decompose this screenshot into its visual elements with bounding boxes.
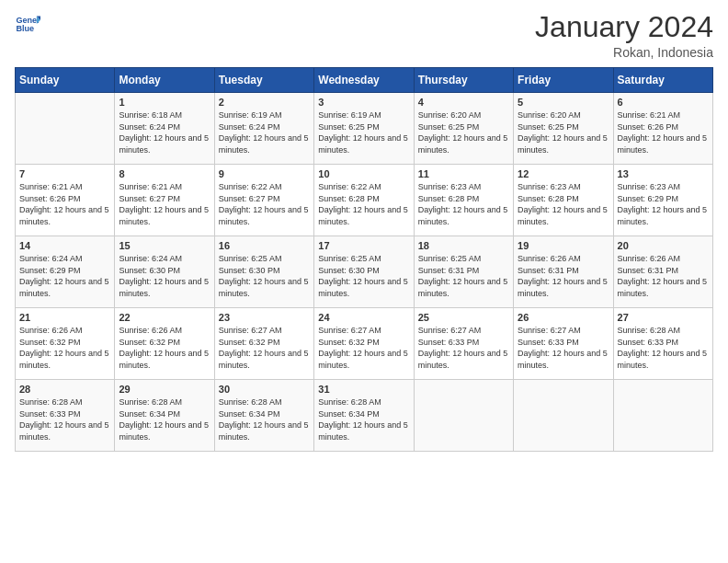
cell-info: Sunrise: 6:27 AMSunset: 6:32 PMDaylight:…: [318, 325, 409, 371]
day-number: 10: [318, 168, 409, 179]
calendar-cell: 26Sunrise: 6:27 AMSunset: 6:33 PMDayligh…: [514, 308, 613, 380]
cell-info: Sunrise: 6:18 AMSunset: 6:24 PMDaylight:…: [119, 109, 210, 155]
day-number: 4: [418, 97, 509, 108]
calendar-header: SundayMondayTuesdayWednesdayThursdayFrid…: [16, 68, 713, 93]
day-number: 23: [219, 312, 310, 323]
calendar-cell: 27Sunrise: 6:28 AMSunset: 6:33 PMDayligh…: [613, 308, 712, 380]
day-number: 29: [119, 384, 210, 395]
calendar-cell: 31Sunrise: 6:28 AMSunset: 6:34 PMDayligh…: [314, 380, 414, 452]
calendar-cell: 14Sunrise: 6:24 AMSunset: 6:29 PMDayligh…: [16, 236, 115, 308]
calendar-cell: [414, 380, 513, 452]
day-number: 30: [219, 384, 310, 395]
cell-info: Sunrise: 6:26 AMSunset: 6:31 PMDaylight:…: [618, 253, 709, 299]
day-number: 13: [618, 168, 709, 179]
header-day: Tuesday: [214, 68, 313, 93]
calendar-cell: 4Sunrise: 6:20 AMSunset: 6:25 PMDaylight…: [414, 93, 513, 165]
header-row: SundayMondayTuesdayWednesdayThursdayFrid…: [16, 68, 713, 93]
cell-info: Sunrise: 6:24 AMSunset: 6:30 PMDaylight:…: [119, 253, 210, 299]
calendar-cell: 13Sunrise: 6:23 AMSunset: 6:29 PMDayligh…: [613, 165, 712, 236]
header: General Blue General Blue January 2024 R…: [15, 11, 713, 60]
header-day: Thursday: [414, 68, 513, 93]
cell-info: Sunrise: 6:20 AMSunset: 6:25 PMDaylight:…: [418, 109, 509, 155]
calendar-week-row: 7Sunrise: 6:21 AMSunset: 6:26 PMDaylight…: [16, 165, 713, 236]
logo-icon: General Blue: [15, 11, 40, 37]
day-number: 20: [618, 240, 709, 251]
header-day: Sunday: [16, 68, 115, 93]
cell-info: Sunrise: 6:22 AMSunset: 6:28 PMDaylight:…: [318, 181, 409, 227]
cell-info: Sunrise: 6:19 AMSunset: 6:25 PMDaylight:…: [318, 109, 409, 155]
calendar-body: 1Sunrise: 6:18 AMSunset: 6:24 PMDaylight…: [16, 93, 713, 452]
calendar-cell: 12Sunrise: 6:23 AMSunset: 6:28 PMDayligh…: [514, 165, 613, 236]
day-number: 5: [518, 97, 609, 108]
cell-info: Sunrise: 6:26 AMSunset: 6:32 PMDaylight:…: [19, 325, 110, 371]
day-number: 1: [119, 97, 210, 108]
cell-info: Sunrise: 6:21 AMSunset: 6:27 PMDaylight:…: [119, 181, 210, 227]
calendar-subtitle: Rokan, Indonesia: [535, 45, 713, 60]
calendar-cell: 1Sunrise: 6:18 AMSunset: 6:24 PMDaylight…: [115, 93, 214, 165]
cell-info: Sunrise: 6:23 AMSunset: 6:28 PMDaylight:…: [418, 181, 509, 227]
logo: General Blue General Blue: [15, 11, 40, 37]
day-number: 6: [618, 97, 709, 108]
day-number: 15: [119, 240, 210, 251]
calendar-cell: 15Sunrise: 6:24 AMSunset: 6:30 PMDayligh…: [115, 236, 214, 308]
calendar-cell: 3Sunrise: 6:19 AMSunset: 6:25 PMDaylight…: [314, 93, 414, 165]
cell-info: Sunrise: 6:23 AMSunset: 6:28 PMDaylight:…: [518, 181, 609, 227]
cell-info: Sunrise: 6:20 AMSunset: 6:25 PMDaylight:…: [518, 109, 609, 155]
header-day: Saturday: [613, 68, 712, 93]
calendar-cell: [16, 93, 115, 165]
day-number: 9: [219, 168, 310, 179]
cell-info: Sunrise: 6:28 AMSunset: 6:34 PMDaylight:…: [219, 396, 310, 442]
day-number: 17: [318, 240, 409, 251]
cell-info: Sunrise: 6:27 AMSunset: 6:33 PMDaylight:…: [418, 325, 509, 371]
day-number: 16: [219, 240, 310, 251]
calendar-cell: [514, 380, 613, 452]
day-number: 14: [19, 240, 110, 251]
calendar-cell: [613, 380, 712, 452]
day-number: 12: [518, 168, 609, 179]
calendar-week-row: 28Sunrise: 6:28 AMSunset: 6:33 PMDayligh…: [16, 380, 713, 452]
day-number: 27: [618, 312, 709, 323]
cell-info: Sunrise: 6:27 AMSunset: 6:33 PMDaylight:…: [518, 325, 609, 371]
cell-info: Sunrise: 6:25 AMSunset: 6:30 PMDaylight:…: [219, 253, 310, 299]
day-number: 3: [318, 97, 409, 108]
calendar-cell: 25Sunrise: 6:27 AMSunset: 6:33 PMDayligh…: [414, 308, 513, 380]
calendar-cell: 5Sunrise: 6:20 AMSunset: 6:25 PMDaylight…: [514, 93, 613, 165]
day-number: 19: [518, 240, 609, 251]
day-number: 28: [19, 384, 110, 395]
day-number: 31: [318, 384, 409, 395]
calendar-cell: 28Sunrise: 6:28 AMSunset: 6:33 PMDayligh…: [16, 380, 115, 452]
cell-info: Sunrise: 6:28 AMSunset: 6:34 PMDaylight:…: [119, 396, 210, 442]
calendar-week-row: 1Sunrise: 6:18 AMSunset: 6:24 PMDaylight…: [16, 93, 713, 165]
day-number: 2: [219, 97, 310, 108]
calendar-cell: 8Sunrise: 6:21 AMSunset: 6:27 PMDaylight…: [115, 165, 214, 236]
header-day: Monday: [115, 68, 214, 93]
day-number: 8: [119, 168, 210, 179]
cell-info: Sunrise: 6:22 AMSunset: 6:27 PMDaylight:…: [219, 181, 310, 227]
calendar-cell: 7Sunrise: 6:21 AMSunset: 6:26 PMDaylight…: [16, 165, 115, 236]
cell-info: Sunrise: 6:25 AMSunset: 6:31 PMDaylight:…: [418, 253, 509, 299]
calendar-cell: 17Sunrise: 6:25 AMSunset: 6:30 PMDayligh…: [314, 236, 414, 308]
calendar-cell: 6Sunrise: 6:21 AMSunset: 6:26 PMDaylight…: [613, 93, 712, 165]
calendar-table: SundayMondayTuesdayWednesdayThursdayFrid…: [15, 67, 713, 452]
cell-info: Sunrise: 6:24 AMSunset: 6:29 PMDaylight:…: [19, 253, 110, 299]
calendar-week-row: 14Sunrise: 6:24 AMSunset: 6:29 PMDayligh…: [16, 236, 713, 308]
calendar-cell: 16Sunrise: 6:25 AMSunset: 6:30 PMDayligh…: [214, 236, 313, 308]
cell-info: Sunrise: 6:28 AMSunset: 6:33 PMDaylight:…: [618, 325, 709, 371]
day-number: 24: [318, 312, 409, 323]
page-container: General Blue General Blue January 2024 R…: [0, 0, 728, 459]
cell-info: Sunrise: 6:26 AMSunset: 6:31 PMDaylight:…: [518, 253, 609, 299]
cell-info: Sunrise: 6:21 AMSunset: 6:26 PMDaylight:…: [19, 181, 110, 227]
cell-info: Sunrise: 6:23 AMSunset: 6:29 PMDaylight:…: [618, 181, 709, 227]
calendar-cell: 23Sunrise: 6:27 AMSunset: 6:32 PMDayligh…: [214, 308, 313, 380]
cell-info: Sunrise: 6:26 AMSunset: 6:32 PMDaylight:…: [119, 325, 210, 371]
calendar-cell: 2Sunrise: 6:19 AMSunset: 6:24 PMDaylight…: [214, 93, 313, 165]
calendar-cell: 29Sunrise: 6:28 AMSunset: 6:34 PMDayligh…: [115, 380, 214, 452]
cell-info: Sunrise: 6:19 AMSunset: 6:24 PMDaylight:…: [219, 109, 310, 155]
cell-info: Sunrise: 6:21 AMSunset: 6:26 PMDaylight:…: [618, 109, 709, 155]
calendar-cell: 22Sunrise: 6:26 AMSunset: 6:32 PMDayligh…: [115, 308, 214, 380]
cell-info: Sunrise: 6:27 AMSunset: 6:32 PMDaylight:…: [219, 325, 310, 371]
calendar-cell: 11Sunrise: 6:23 AMSunset: 6:28 PMDayligh…: [414, 165, 513, 236]
cell-info: Sunrise: 6:28 AMSunset: 6:34 PMDaylight:…: [318, 396, 409, 442]
day-number: 21: [19, 312, 110, 323]
calendar-cell: 10Sunrise: 6:22 AMSunset: 6:28 PMDayligh…: [314, 165, 414, 236]
